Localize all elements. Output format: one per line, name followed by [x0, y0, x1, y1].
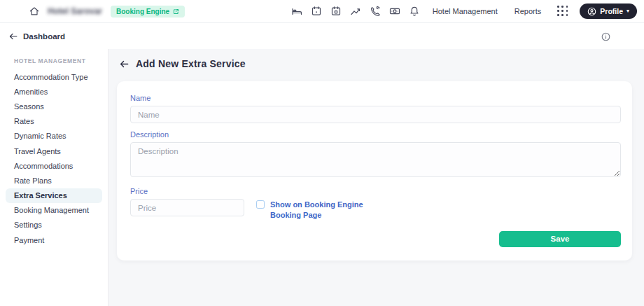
sidebar-item-accommodation-type[interactable]: Accommodation Type — [6, 69, 102, 84]
hotel-name: Hotel Sarovar — [48, 6, 102, 16]
price-field-group: Price — [130, 187, 244, 216]
name-field-group: Name — [130, 94, 621, 123]
nav-link-reports[interactable]: Reports — [510, 7, 547, 15]
sidebar-item-travel-agents[interactable]: Travel Agents — [6, 144, 102, 158]
cash-icon[interactable] — [388, 5, 401, 18]
sidebar-item-seasons[interactable]: Seasons — [6, 99, 102, 113]
nav-link-hotel-management[interactable]: Hotel Management — [428, 7, 503, 15]
show-on-booking-engine-label[interactable]: Show on Booking Engine Booking Page — [270, 200, 382, 221]
sidebar: HOTEL MANAGEMENT Accommodation Type Amen… — [0, 49, 108, 306]
bed-icon[interactable] — [290, 5, 303, 18]
profile-icon — [587, 7, 596, 16]
external-link-icon — [173, 8, 179, 15]
sidebar-item-payment[interactable]: Payment — [6, 232, 102, 247]
save-row: Save — [130, 231, 621, 247]
bell-icon[interactable] — [408, 5, 421, 18]
breadcrumb-back-dashboard[interactable]: Dashboard — [8, 32, 65, 41]
show-on-booking-engine-group: Show on Booking Engine Booking Page — [256, 187, 382, 221]
line-chart-icon[interactable] — [349, 5, 362, 18]
home-icon[interactable] — [28, 5, 41, 18]
show-on-booking-engine-checkbox[interactable] — [256, 200, 265, 209]
back-arrow-icon[interactable] — [119, 59, 130, 69]
sidebar-item-settings[interactable]: Settings — [6, 218, 102, 232]
booking-engine-badge[interactable]: Booking Engine — [111, 6, 185, 18]
apps-grid-icon[interactable] — [557, 6, 568, 17]
page-header: Add New Extra Service — [119, 58, 644, 69]
extra-service-form-card: Name Description Price Show on Booking E… — [117, 81, 632, 260]
breadcrumb-label: Dashboard — [23, 32, 65, 41]
info-icon[interactable] — [601, 32, 610, 41]
page-title: Add New Extra Service — [136, 58, 246, 69]
description-input[interactable] — [130, 142, 621, 177]
sidebar-item-rates[interactable]: Rates — [6, 114, 102, 129]
price-row: Price Show on Booking Engine Booking Pag… — [130, 187, 621, 221]
phone-call-icon[interactable] — [369, 5, 382, 18]
top-navbar: Hotel Sarovar Booking Engine — [0, 0, 644, 23]
sidebar-item-rate-plans[interactable]: Rate Plans — [6, 173, 102, 188]
back-arrow-icon — [8, 32, 18, 41]
calendar-check-icon[interactable] — [310, 5, 323, 18]
sidebar-section-title: HOTEL MANAGEMENT — [0, 53, 108, 69]
calendar-grid-icon[interactable] — [330, 5, 342, 18]
description-field-group: Description — [130, 130, 621, 180]
caret-down-icon: ▾ — [626, 8, 629, 14]
name-input[interactable] — [130, 106, 621, 123]
name-label: Name — [130, 94, 621, 102]
main-area: Add New Extra Service Name Description P… — [108, 49, 644, 306]
sidebar-item-accommodations[interactable]: Accommodations — [6, 158, 102, 173]
booking-engine-label: Booking Engine — [116, 8, 169, 15]
sidebar-item-amenities[interactable]: Amenities — [6, 84, 102, 99]
save-button[interactable]: Save — [499, 231, 621, 247]
sidebar-item-extra-services[interactable]: Extra Services — [6, 188, 102, 203]
price-label: Price — [130, 187, 244, 195]
secondary-bar: Dashboard — [0, 23, 644, 49]
description-label: Description — [130, 130, 621, 139]
price-input[interactable] — [130, 199, 244, 216]
sidebar-item-dynamic-rates[interactable]: Dynamic Rates — [6, 129, 102, 144]
profile-label: Profile — [600, 7, 623, 15]
profile-button[interactable]: Profile ▾ — [580, 4, 637, 19]
sidebar-item-booking-management[interactable]: Booking Management — [6, 203, 102, 218]
navbar-right: Hotel Management Reports Profile ▾ — [290, 4, 637, 19]
